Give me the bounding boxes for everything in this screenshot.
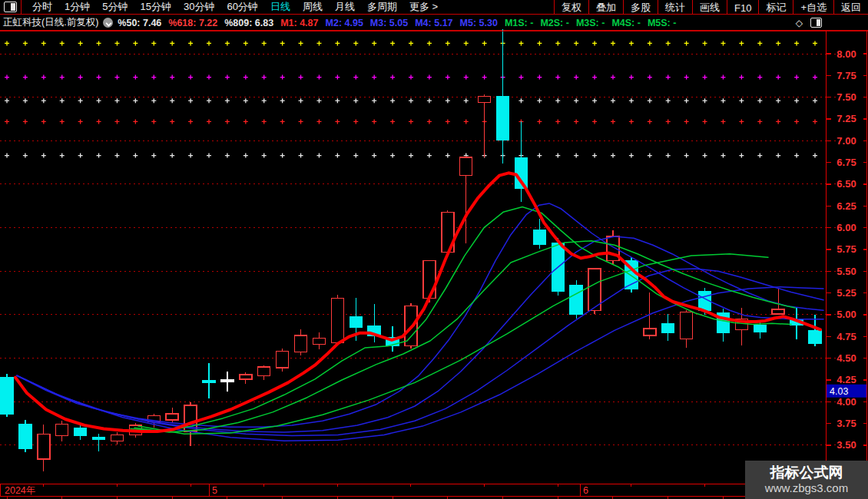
price-axis-label: 5.50 bbox=[837, 266, 856, 277]
candle bbox=[460, 156, 472, 243]
candle bbox=[166, 408, 178, 422]
candle bbox=[681, 310, 693, 348]
grid-layer bbox=[0, 54, 837, 445]
last-price-tag: 4.03 bbox=[827, 385, 866, 398]
price-axis-label: 7.50 bbox=[837, 91, 856, 103]
candle bbox=[111, 432, 123, 444]
candle bbox=[38, 425, 50, 471]
candle bbox=[277, 349, 289, 371]
price-axis-label: 6.25 bbox=[837, 200, 856, 212]
ma-line-M3 bbox=[17, 236, 823, 432]
price-axis-label: 3.50 bbox=[837, 439, 856, 451]
price-axis-label: 4.50 bbox=[837, 352, 856, 364]
candle bbox=[1, 374, 13, 417]
candle bbox=[479, 94, 491, 157]
price-axis-label: 7.25 bbox=[837, 113, 856, 124]
price-axis-label: 6.50 bbox=[837, 178, 856, 190]
price-axis-label: 7.75 bbox=[837, 70, 856, 81]
candle bbox=[717, 309, 729, 342]
trading-app-window: 分时1分钟5分钟15分钟30分钟60分钟日线周线月线多周期更多 > 复权叠加多股… bbox=[0, 0, 868, 499]
price-axis-label: 8.00 bbox=[837, 48, 856, 60]
price-axis-label: 4.25 bbox=[837, 374, 856, 385]
price-axis-label: 3.75 bbox=[837, 418, 856, 429]
candles-layer bbox=[1, 29, 821, 471]
candle bbox=[221, 372, 234, 392]
price-axis-label: 4.00 bbox=[837, 396, 856, 408]
candle bbox=[295, 329, 307, 355]
candle bbox=[258, 365, 270, 380]
time-axis-label: 6 bbox=[583, 485, 588, 496]
last-price-text: 4.03 bbox=[830, 386, 848, 397]
candle bbox=[313, 332, 325, 350]
candle bbox=[644, 292, 656, 339]
time-axis-label: 2024年 bbox=[5, 485, 35, 496]
price-axis-label: 5.75 bbox=[837, 243, 856, 255]
price-axis-layer: 8.007.757.507.257.006.756.506.256.005.75… bbox=[0, 31, 868, 484]
candle bbox=[772, 289, 784, 315]
candle bbox=[240, 372, 252, 384]
price-axis-label: 5.00 bbox=[837, 309, 856, 320]
time-axis-label: 5 bbox=[212, 485, 217, 496]
watermark-url: www.zbgs3.com bbox=[765, 481, 848, 495]
candle bbox=[93, 434, 105, 451]
price-axis-label: 6.00 bbox=[837, 222, 856, 233]
candle bbox=[19, 420, 31, 452]
watermark-badge: 指标公式网 www.zbgs3.com bbox=[745, 461, 868, 499]
time-axis-layer: 2024年56 bbox=[0, 484, 868, 499]
price-axis-label: 5.25 bbox=[837, 287, 856, 299]
watermark-title: 指标公式网 bbox=[770, 464, 843, 481]
ma-line-M3S bbox=[134, 241, 795, 432]
price-axis-label: 7.00 bbox=[837, 135, 856, 147]
marker-rows-layer bbox=[5, 41, 817, 157]
candle bbox=[331, 295, 343, 345]
price-axis-label: 4.75 bbox=[837, 331, 856, 342]
kline-chart-canvas[interactable]: 8.007.757.507.257.006.756.506.256.005.75… bbox=[0, 0, 868, 499]
candle bbox=[203, 363, 215, 398]
candle bbox=[662, 314, 674, 341]
candle bbox=[570, 280, 582, 319]
candle bbox=[497, 29, 509, 164]
candle bbox=[56, 421, 68, 441]
price-axis-label: 6.75 bbox=[837, 157, 856, 168]
